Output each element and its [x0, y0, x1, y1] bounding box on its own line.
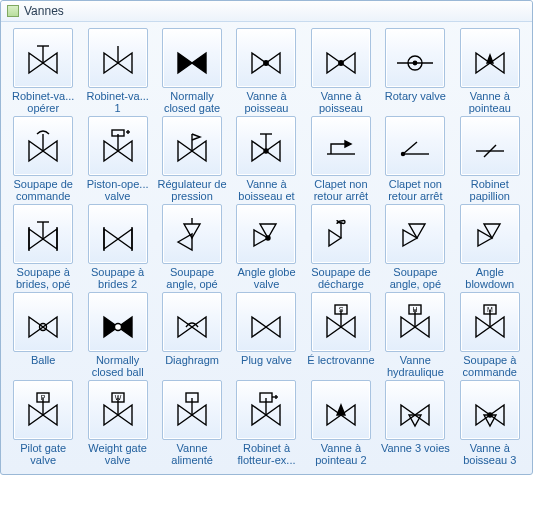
shape-thumb-21[interactable]	[13, 292, 73, 352]
shape-cell: Vanne à pointeau 2	[305, 380, 377, 466]
shape-thumb-16[interactable]	[162, 204, 222, 264]
shape-thumb-3[interactable]	[236, 28, 296, 88]
shape-cell: Angle blowdown	[454, 204, 526, 290]
bowtie-ball-icon	[23, 302, 63, 342]
shape-thumb-9[interactable]	[162, 116, 222, 176]
shape-cell: Normally closed ball	[81, 292, 153, 378]
shape-label: Robinet-va... opérer	[8, 90, 78, 114]
shape-thumb-1[interactable]	[88, 28, 148, 88]
shape-label: Vanne 3 voies	[380, 442, 450, 454]
shape-label: Soupape à brides 2	[83, 266, 153, 290]
shape-thumb-30[interactable]	[162, 380, 222, 440]
bowtie-needle-icon	[470, 38, 510, 78]
three-way-dot-icon	[470, 390, 510, 430]
shape-label: Vanne à poisseau	[231, 90, 301, 114]
shape-thumb-5[interactable]	[385, 28, 445, 88]
shape-thumb-33[interactable]	[385, 380, 445, 440]
shape-label: Diaghragm	[157, 354, 227, 366]
shape-label: Normally closed gate	[157, 90, 227, 114]
shape-thumb-19[interactable]	[385, 204, 445, 264]
shape-cell: Vanne à poisseau	[305, 28, 377, 114]
rotary-icon	[395, 38, 435, 78]
bowtie-box-m-icon	[470, 302, 510, 342]
shape-thumb-31[interactable]	[236, 380, 296, 440]
panel-icon	[7, 5, 19, 17]
shape-thumb-12[interactable]	[385, 116, 445, 176]
shape-thumb-24[interactable]	[236, 292, 296, 352]
shape-label: Vanne à poisseau	[306, 90, 376, 114]
shape-label: Robinet papillion	[455, 178, 525, 202]
shape-thumb-25[interactable]	[311, 292, 371, 352]
shape-cell: Vanne alimenté	[156, 380, 228, 466]
bowtie-stem-icon	[98, 38, 138, 78]
three-way-icon	[395, 390, 435, 430]
shape-cell: Soupape angle, opé	[156, 204, 228, 290]
shape-thumb-34[interactable]	[460, 380, 520, 440]
shape-thumb-14[interactable]	[13, 204, 73, 264]
shape-thumb-7[interactable]	[13, 116, 73, 176]
shape-thumb-26[interactable]	[385, 292, 445, 352]
bowtie-needle2-icon	[321, 390, 361, 430]
shape-cell: Vanne à boisseau 3	[454, 380, 526, 466]
shape-label: Rotary valve	[380, 90, 450, 102]
shape-cell: Pilot gate valve	[7, 380, 79, 466]
shape-thumb-6[interactable]	[460, 28, 520, 88]
shape-cell: Soupape à commande	[454, 292, 526, 378]
shape-grid: Robinet-va... opérerRobinet-va... 1Norma…	[1, 22, 532, 474]
shape-thumb-22[interactable]	[88, 292, 148, 352]
shape-cell: É lectrovanne	[305, 292, 377, 378]
shape-thumb-11[interactable]	[311, 116, 371, 176]
shape-cell: Vanne à poisseau	[230, 28, 302, 114]
bowtie-box-icon	[172, 390, 212, 430]
bowtie-dot-icon	[246, 38, 286, 78]
shape-label: Clapet non retour arrêt	[380, 178, 450, 202]
shape-cell: Weight gate valve	[81, 380, 153, 466]
angle-plain-icon	[395, 214, 435, 254]
bowtie-flag-icon	[172, 126, 212, 166]
butterfly-icon	[470, 126, 510, 166]
bowtie-box-w-icon	[98, 390, 138, 430]
angle-stem-icon	[172, 214, 212, 254]
shape-thumb-10[interactable]	[236, 116, 296, 176]
bowtie-ball-solid-icon	[98, 302, 138, 342]
bowtie-actuator-icon	[23, 126, 63, 166]
shape-thumb-18[interactable]	[311, 204, 371, 264]
shape-cell: Robinet-va... opérer	[7, 28, 79, 114]
shape-label: Vanne à pointeau 2	[306, 442, 376, 466]
shape-label: Balle	[8, 354, 78, 366]
shape-label: Soupape angle, opé	[380, 266, 450, 290]
shape-thumb-4[interactable]	[311, 28, 371, 88]
bowtie-solid-icon	[172, 38, 212, 78]
shape-thumb-20[interactable]	[460, 204, 520, 264]
shape-thumb-32[interactable]	[311, 380, 371, 440]
shape-label: Angle blowdown	[455, 266, 525, 290]
shape-thumb-8[interactable]	[88, 116, 148, 176]
panel-title: Vannes	[24, 4, 64, 18]
shape-label: Clapet non retour arrêt	[306, 178, 376, 202]
shape-cell: Soupape à brides 2	[81, 204, 153, 290]
bowtie-box-p-icon	[23, 390, 63, 430]
shape-thumb-29[interactable]	[88, 380, 148, 440]
shape-thumb-0[interactable]	[13, 28, 73, 88]
shape-label: Piston-ope... valve	[83, 178, 153, 202]
shape-thumb-23[interactable]	[162, 292, 222, 352]
shape-label: Vanne hydraulique	[380, 354, 450, 378]
shape-thumb-17[interactable]	[236, 204, 296, 264]
bowtie-dot-stem-icon	[246, 126, 286, 166]
angle-dot-icon	[246, 214, 286, 254]
shape-label: Soupape de commande	[8, 178, 78, 202]
shape-cell: Angle globe valve	[230, 204, 302, 290]
shape-cell: Soupape de commande	[7, 116, 79, 202]
shape-thumb-28[interactable]	[13, 380, 73, 440]
shape-thumb-15[interactable]	[88, 204, 148, 264]
shape-cell: Balle	[7, 292, 79, 378]
shape-cell: Robinet à flotteur-ex...	[230, 380, 302, 466]
shape-thumb-2[interactable]	[162, 28, 222, 88]
shape-cell: Soupape à brides, opé	[7, 204, 79, 290]
shape-label: Soupape de décharge	[306, 266, 376, 290]
shape-label: Pilot gate valve	[8, 442, 78, 466]
shape-label: Soupape à commande	[455, 354, 525, 378]
shape-thumb-13[interactable]	[460, 116, 520, 176]
shape-cell: Diaghragm	[156, 292, 228, 378]
shape-thumb-27[interactable]	[460, 292, 520, 352]
